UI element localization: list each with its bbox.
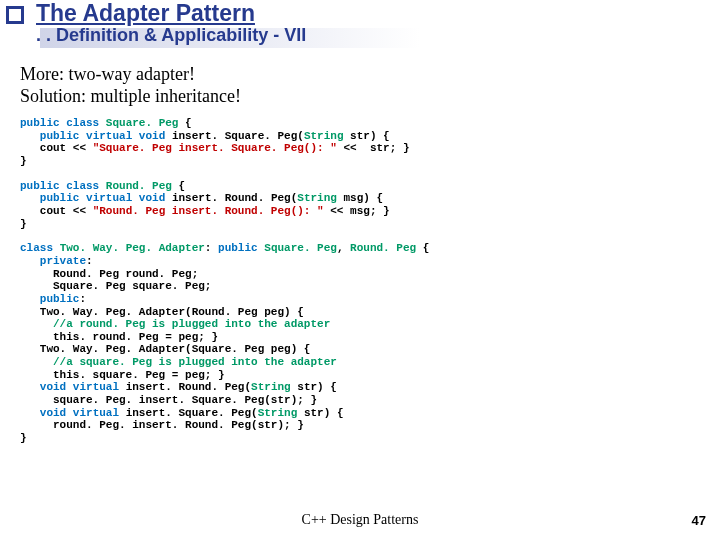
footer-title: C++ Design Patterns (0, 512, 720, 528)
intro-text: More: two-way adapter! Solution: multipl… (20, 64, 700, 107)
code-block-roundpeg: public class Round. Peg { public virtual… (20, 180, 700, 231)
slide-subtitle: . . Definition & Applicability - VII (36, 25, 720, 46)
title-bullet-icon (6, 6, 24, 24)
slide-body: More: two-way adapter! Solution: multipl… (0, 56, 720, 445)
intro-line: Solution: multiple inheritance! (20, 86, 241, 106)
slide-title: The Adapter Pattern (36, 0, 720, 27)
intro-line: More: two-way adapter! (20, 64, 195, 84)
slide-header: The Adapter Pattern . . Definition & App… (0, 0, 720, 56)
code-block-adapter: class Two. Way. Peg. Adapter: public Squ… (20, 242, 700, 444)
code-block-squarepeg: public class Square. Peg { public virtua… (20, 117, 700, 168)
page-number: 47 (692, 513, 706, 528)
